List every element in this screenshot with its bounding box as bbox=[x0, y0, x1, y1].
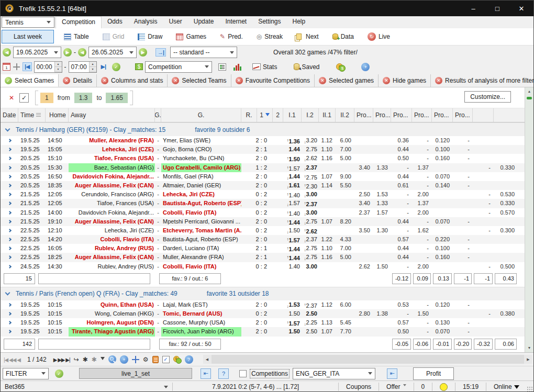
table-row[interactable]: 19.5.2510:15Quinn, Ethan (USA)-Lajal, Ma… bbox=[1, 300, 526, 309]
next-date-from-button[interactable]: ▶ bbox=[63, 48, 72, 57]
next-page-icon[interactable]: ▶▶ bbox=[58, 357, 65, 363]
filter-tab-columns-and-stats[interactable]: ✕Columns and stats bbox=[97, 74, 168, 87]
help-filter-icon[interactable]: ? bbox=[218, 368, 229, 379]
row-expand-cell[interactable] bbox=[1, 208, 18, 217]
filter-tab-select-games[interactable]: ✓Select Games bbox=[1, 74, 59, 87]
apply-range-icon[interactable]: →| bbox=[155, 48, 166, 57]
table-row[interactable]: 22.5.2516:05Rublev, Andrey (RUS)-Darderi… bbox=[1, 244, 526, 253]
customize-button[interactable]: Customize... bbox=[464, 91, 511, 103]
filter-tab-results-of-analysis-of-more-filters[interactable]: ✕Results of analysis of more filters bbox=[431, 74, 534, 87]
online-toggle[interactable]: Online bbox=[486, 383, 527, 390]
table-row[interactable]: 22.5.2514:20Cobolli, Flavio (ITA)-Bautis… bbox=[1, 235, 526, 244]
resize-grip[interactable] bbox=[527, 386, 532, 392]
move-icon[interactable] bbox=[13, 63, 20, 71]
tab-analysis[interactable]: Analysis bbox=[128, 16, 163, 28]
table-row[interactable]: 20.5.2518:35Auger Aliassime, Felix (CAN)… bbox=[1, 181, 526, 190]
coins-icon[interactable] bbox=[336, 63, 344, 71]
fit-columns-icon[interactable] bbox=[132, 356, 139, 363]
table-row[interactable]: 20.5.2515:30Baez, Sebastian (ARG)-Ugo Ca… bbox=[1, 163, 526, 172]
apply-filter-button[interactable]: ✓ bbox=[55, 369, 63, 378]
row-expand-cell[interactable] bbox=[1, 262, 18, 271]
prev-date-from-button[interactable]: ◀ bbox=[3, 48, 11, 57]
maximize-button[interactable]: □ bbox=[485, 1, 509, 16]
tab-update[interactable]: Update bbox=[188, 16, 220, 28]
row-expand-cell[interactable] bbox=[1, 163, 18, 172]
confirm-icon[interactable]: ✓ bbox=[162, 356, 170, 363]
table-row[interactable]: 19.5.2515:05Lehecka, Jiri (CZE)-Gojo, Bo… bbox=[1, 145, 526, 154]
tab-odds[interactable]: Odds bbox=[102, 16, 128, 28]
criterion-checkbox[interactable]: ✓ bbox=[19, 93, 29, 103]
competition-group-header[interactable]: Tennis / Paris (French open) Q (FRA) - C… bbox=[1, 287, 526, 300]
view-select[interactable]: Competition bbox=[145, 61, 212, 73]
column-header-pro[interactable]: Pro... bbox=[453, 108, 473, 122]
toolbar-item-live[interactable]: ↻Live bbox=[368, 32, 390, 41]
skip-to-end-icon[interactable]: ▶| bbox=[101, 63, 106, 70]
table-row[interactable]: 22.5.2512:10Lehecka, Jiri (CZE)-Etchever… bbox=[1, 226, 526, 235]
time-to-spinner[interactable]: 07:00 ▲▼ bbox=[69, 61, 97, 73]
stats-label[interactable]: Stats bbox=[263, 63, 277, 71]
row-expand-cell[interactable] bbox=[1, 226, 18, 235]
column-header-pro[interactable]: Pro... bbox=[391, 108, 412, 122]
row-expand-cell[interactable] bbox=[1, 199, 18, 208]
spin-up-icon[interactable]: ▲ bbox=[90, 62, 96, 67]
spin-up-icon[interactable]: ▲ bbox=[55, 62, 62, 67]
row-expand-cell[interactable] bbox=[1, 136, 18, 145]
next-date-to-button[interactable]: ▶ bbox=[139, 48, 147, 57]
row-expand-cell[interactable] bbox=[1, 300, 18, 309]
saved-label[interactable]: Saved bbox=[302, 63, 319, 71]
zoom-in-icon[interactable]: + bbox=[120, 355, 128, 364]
money-icon[interactable]: $ bbox=[135, 63, 143, 70]
settings-icon[interactable]: ⚙ bbox=[143, 356, 149, 363]
help-icon[interactable]: ? bbox=[185, 355, 193, 364]
table-row[interactable]: 20.5.2516:50Davidovich Fokina, Alejandr.… bbox=[1, 172, 526, 181]
time-from-spinner[interactable]: 00:00 ▲▼ bbox=[34, 61, 62, 73]
column-header-home[interactable]: Home bbox=[46, 108, 69, 122]
saved-icon[interactable] bbox=[294, 63, 299, 70]
competition-group-header[interactable]: Tennis / Hamburg (GER) (€2159) - Clay _m… bbox=[1, 122, 526, 136]
table-row[interactable]: 21.5.2519:10Auger Aliassime, Felix (CAN)… bbox=[1, 217, 526, 226]
row-expand-cell[interactable] bbox=[1, 181, 18, 190]
table-row[interactable]: 21.5.2512:05Cerundolo, Francisco (ARG)-L… bbox=[1, 190, 526, 199]
bar-chart-icon[interactable] bbox=[233, 63, 242, 71]
hscroll-track[interactable] bbox=[212, 355, 524, 364]
prior-record-icon[interactable]: ◀ bbox=[17, 357, 20, 363]
horizontal-scrollbar[interactable]: ◀ ▶ bbox=[203, 355, 532, 364]
filter-tab-selected-teams[interactable]: ✕Selected Teams bbox=[168, 74, 231, 87]
post-icon[interactable]: ✱ bbox=[92, 356, 97, 363]
redo-icon[interactable]: ↪ bbox=[74, 356, 79, 363]
scroll-right-icon[interactable]: ▶ bbox=[524, 355, 532, 364]
next-record-icon[interactable]: ▶ bbox=[53, 357, 58, 363]
coupons-button[interactable]: Coupons bbox=[339, 383, 379, 390]
spin-down-icon[interactable]: ▼ bbox=[55, 67, 62, 72]
tab-settings[interactable]: Settings bbox=[252, 16, 286, 28]
scroll-left-icon[interactable]: ◀ bbox=[203, 355, 212, 364]
table-row[interactable]: 24.5.2514:30Rublev, Andrey (RUS)-Cobolli… bbox=[1, 262, 526, 271]
row-expand-cell[interactable] bbox=[1, 145, 18, 154]
column-header-g[interactable]: G. bbox=[161, 108, 241, 122]
table-row[interactable]: 21.5.2514:00Davidovich Fokina, Alejandr.… bbox=[1, 208, 526, 217]
preset-select[interactable]: -- standard -- bbox=[170, 47, 237, 58]
stats-chart-icon[interactable] bbox=[252, 63, 261, 70]
table-row[interactable]: 19.5.2510:15Tirante, Thiago Agustin (ARG… bbox=[1, 327, 526, 336]
prior-page-icon[interactable]: ◀◀ bbox=[9, 357, 17, 363]
filter-tab-details[interactable]: ✕Details bbox=[59, 74, 97, 87]
toolbar-item-streak[interactable]: ◎Streak bbox=[257, 33, 283, 40]
toolbar-item-data[interactable]: Data bbox=[332, 33, 354, 40]
competitions-checkbox[interactable] bbox=[239, 370, 247, 377]
table-row[interactable]: 19.5.2514:50Muller, Alexandre (FRA)-Ymer… bbox=[1, 136, 526, 145]
date-from-select[interactable]: 19.05.2025 bbox=[13, 47, 61, 58]
row-expand-cell[interactable] bbox=[1, 244, 18, 253]
minimize-button[interactable]: – bbox=[461, 1, 485, 16]
row-expand-cell[interactable] bbox=[1, 253, 18, 262]
last-week-button[interactable]: Last week bbox=[2, 30, 54, 43]
toolbar-item-pred[interactable]: ✎Pred. bbox=[220, 33, 243, 40]
profit-button[interactable]: Profit bbox=[413, 367, 454, 380]
data-view-icon[interactable] bbox=[218, 63, 226, 71]
row-expand-cell[interactable] bbox=[1, 318, 18, 327]
add-icon[interactable]: + bbox=[361, 63, 370, 71]
toolbar-item-next[interactable]: Next bbox=[296, 33, 319, 40]
sport-select[interactable]: Tennis bbox=[2, 17, 54, 28]
load-filter-icon[interactable]: ⇤ bbox=[201, 368, 211, 379]
toolbar-item-table[interactable]: Table bbox=[64, 33, 89, 40]
column-header-time[interactable]: Time bbox=[18, 108, 46, 122]
